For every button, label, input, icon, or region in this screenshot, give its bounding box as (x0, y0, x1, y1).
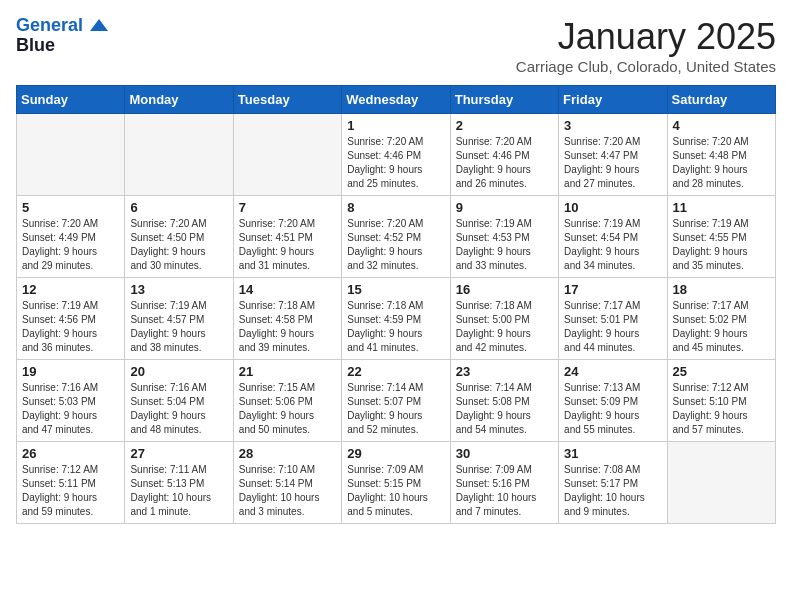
calendar-empty (233, 114, 341, 196)
weekday-header-tuesday: Tuesday (233, 86, 341, 114)
month-title: January 2025 (516, 16, 776, 58)
day-info: Sunrise: 7:18 AM Sunset: 4:59 PM Dayligh… (347, 299, 444, 355)
page-header: General Blue January 2025 Carriage Club,… (16, 16, 776, 75)
day-number: 21 (239, 364, 336, 379)
calendar-day-27: 27Sunrise: 7:11 AM Sunset: 5:13 PM Dayli… (125, 442, 233, 524)
day-info: Sunrise: 7:19 AM Sunset: 4:54 PM Dayligh… (564, 217, 661, 273)
calendar-week-row: 12Sunrise: 7:19 AM Sunset: 4:56 PM Dayli… (17, 278, 776, 360)
day-info: Sunrise: 7:19 AM Sunset: 4:53 PM Dayligh… (456, 217, 553, 273)
day-number: 27 (130, 446, 227, 461)
calendar-day-12: 12Sunrise: 7:19 AM Sunset: 4:56 PM Dayli… (17, 278, 125, 360)
day-number: 5 (22, 200, 119, 215)
calendar-day-16: 16Sunrise: 7:18 AM Sunset: 5:00 PM Dayli… (450, 278, 558, 360)
calendar-day-1: 1Sunrise: 7:20 AM Sunset: 4:46 PM Daylig… (342, 114, 450, 196)
day-info: Sunrise: 7:20 AM Sunset: 4:46 PM Dayligh… (456, 135, 553, 191)
day-info: Sunrise: 7:16 AM Sunset: 5:03 PM Dayligh… (22, 381, 119, 437)
day-info: Sunrise: 7:15 AM Sunset: 5:06 PM Dayligh… (239, 381, 336, 437)
calendar-day-13: 13Sunrise: 7:19 AM Sunset: 4:57 PM Dayli… (125, 278, 233, 360)
calendar-day-30: 30Sunrise: 7:09 AM Sunset: 5:16 PM Dayli… (450, 442, 558, 524)
title-block: January 2025 Carriage Club, Colorado, Un… (516, 16, 776, 75)
day-info: Sunrise: 7:20 AM Sunset: 4:49 PM Dayligh… (22, 217, 119, 273)
day-number: 29 (347, 446, 444, 461)
calendar-day-22: 22Sunrise: 7:14 AM Sunset: 5:07 PM Dayli… (342, 360, 450, 442)
day-number: 15 (347, 282, 444, 297)
weekday-header-monday: Monday (125, 86, 233, 114)
day-info: Sunrise: 7:13 AM Sunset: 5:09 PM Dayligh… (564, 381, 661, 437)
day-number: 8 (347, 200, 444, 215)
calendar-day-6: 6Sunrise: 7:20 AM Sunset: 4:50 PM Daylig… (125, 196, 233, 278)
calendar-day-8: 8Sunrise: 7:20 AM Sunset: 4:52 PM Daylig… (342, 196, 450, 278)
day-number: 2 (456, 118, 553, 133)
calendar-day-3: 3Sunrise: 7:20 AM Sunset: 4:47 PM Daylig… (559, 114, 667, 196)
day-info: Sunrise: 7:17 AM Sunset: 5:02 PM Dayligh… (673, 299, 770, 355)
logo-blue: Blue (16, 36, 55, 56)
day-info: Sunrise: 7:19 AM Sunset: 4:57 PM Dayligh… (130, 299, 227, 355)
calendar-day-21: 21Sunrise: 7:15 AM Sunset: 5:06 PM Dayli… (233, 360, 341, 442)
day-number: 12 (22, 282, 119, 297)
day-number: 9 (456, 200, 553, 215)
logo-icon (90, 19, 108, 31)
day-info: Sunrise: 7:20 AM Sunset: 4:46 PM Dayligh… (347, 135, 444, 191)
day-number: 6 (130, 200, 227, 215)
day-info: Sunrise: 7:20 AM Sunset: 4:47 PM Dayligh… (564, 135, 661, 191)
calendar-day-18: 18Sunrise: 7:17 AM Sunset: 5:02 PM Dayli… (667, 278, 775, 360)
calendar-day-2: 2Sunrise: 7:20 AM Sunset: 4:46 PM Daylig… (450, 114, 558, 196)
day-number: 28 (239, 446, 336, 461)
day-info: Sunrise: 7:11 AM Sunset: 5:13 PM Dayligh… (130, 463, 227, 519)
logo-text: General (16, 16, 108, 36)
calendar-day-11: 11Sunrise: 7:19 AM Sunset: 4:55 PM Dayli… (667, 196, 775, 278)
day-number: 13 (130, 282, 227, 297)
day-info: Sunrise: 7:14 AM Sunset: 5:08 PM Dayligh… (456, 381, 553, 437)
calendar-day-4: 4Sunrise: 7:20 AM Sunset: 4:48 PM Daylig… (667, 114, 775, 196)
day-info: Sunrise: 7:20 AM Sunset: 4:51 PM Dayligh… (239, 217, 336, 273)
day-info: Sunrise: 7:08 AM Sunset: 5:17 PM Dayligh… (564, 463, 661, 519)
calendar-day-19: 19Sunrise: 7:16 AM Sunset: 5:03 PM Dayli… (17, 360, 125, 442)
calendar-day-24: 24Sunrise: 7:13 AM Sunset: 5:09 PM Dayli… (559, 360, 667, 442)
calendar-day-25: 25Sunrise: 7:12 AM Sunset: 5:10 PM Dayli… (667, 360, 775, 442)
day-info: Sunrise: 7:18 AM Sunset: 4:58 PM Dayligh… (239, 299, 336, 355)
day-number: 20 (130, 364, 227, 379)
calendar-day-29: 29Sunrise: 7:09 AM Sunset: 5:15 PM Dayli… (342, 442, 450, 524)
location-subtitle: Carriage Club, Colorado, United States (516, 58, 776, 75)
day-number: 18 (673, 282, 770, 297)
day-info: Sunrise: 7:10 AM Sunset: 5:14 PM Dayligh… (239, 463, 336, 519)
day-info: Sunrise: 7:20 AM Sunset: 4:50 PM Dayligh… (130, 217, 227, 273)
day-number: 1 (347, 118, 444, 133)
day-number: 30 (456, 446, 553, 461)
day-info: Sunrise: 7:12 AM Sunset: 5:10 PM Dayligh… (673, 381, 770, 437)
day-info: Sunrise: 7:17 AM Sunset: 5:01 PM Dayligh… (564, 299, 661, 355)
calendar-day-17: 17Sunrise: 7:17 AM Sunset: 5:01 PM Dayli… (559, 278, 667, 360)
logo: General Blue (16, 16, 108, 56)
calendar-day-9: 9Sunrise: 7:19 AM Sunset: 4:53 PM Daylig… (450, 196, 558, 278)
weekday-header-friday: Friday (559, 86, 667, 114)
day-info: Sunrise: 7:19 AM Sunset: 4:56 PM Dayligh… (22, 299, 119, 355)
svg-marker-0 (90, 19, 108, 31)
day-number: 10 (564, 200, 661, 215)
calendar-day-23: 23Sunrise: 7:14 AM Sunset: 5:08 PM Dayli… (450, 360, 558, 442)
day-number: 14 (239, 282, 336, 297)
calendar-week-row: 5Sunrise: 7:20 AM Sunset: 4:49 PM Daylig… (17, 196, 776, 278)
day-info: Sunrise: 7:19 AM Sunset: 4:55 PM Dayligh… (673, 217, 770, 273)
calendar-table: SundayMondayTuesdayWednesdayThursdayFrid… (16, 85, 776, 524)
day-number: 22 (347, 364, 444, 379)
day-number: 24 (564, 364, 661, 379)
calendar-empty (667, 442, 775, 524)
day-number: 23 (456, 364, 553, 379)
day-info: Sunrise: 7:14 AM Sunset: 5:07 PM Dayligh… (347, 381, 444, 437)
day-info: Sunrise: 7:20 AM Sunset: 4:48 PM Dayligh… (673, 135, 770, 191)
calendar-empty (125, 114, 233, 196)
day-info: Sunrise: 7:09 AM Sunset: 5:15 PM Dayligh… (347, 463, 444, 519)
calendar-week-row: 19Sunrise: 7:16 AM Sunset: 5:03 PM Dayli… (17, 360, 776, 442)
day-number: 25 (673, 364, 770, 379)
calendar-day-5: 5Sunrise: 7:20 AM Sunset: 4:49 PM Daylig… (17, 196, 125, 278)
calendar-week-row: 26Sunrise: 7:12 AM Sunset: 5:11 PM Dayli… (17, 442, 776, 524)
day-info: Sunrise: 7:16 AM Sunset: 5:04 PM Dayligh… (130, 381, 227, 437)
weekday-header-wednesday: Wednesday (342, 86, 450, 114)
day-number: 11 (673, 200, 770, 215)
day-info: Sunrise: 7:12 AM Sunset: 5:11 PM Dayligh… (22, 463, 119, 519)
calendar-week-row: 1Sunrise: 7:20 AM Sunset: 4:46 PM Daylig… (17, 114, 776, 196)
weekday-header-sunday: Sunday (17, 86, 125, 114)
calendar-day-14: 14Sunrise: 7:18 AM Sunset: 4:58 PM Dayli… (233, 278, 341, 360)
calendar-day-10: 10Sunrise: 7:19 AM Sunset: 4:54 PM Dayli… (559, 196, 667, 278)
weekday-header-saturday: Saturday (667, 86, 775, 114)
